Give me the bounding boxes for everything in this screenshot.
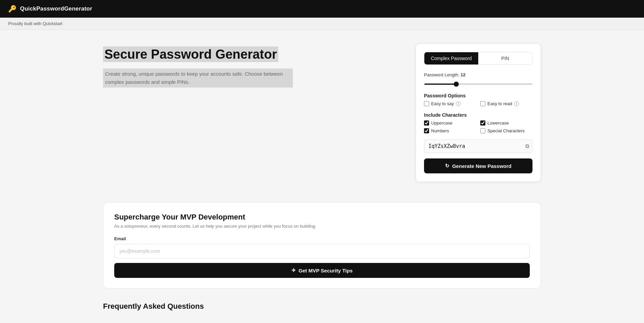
promo-title: Supercharge Your MVP Development <box>114 213 530 222</box>
include-characters-section: Include Characters Uppercase Lowercase N… <box>424 112 532 133</box>
uppercase-label: Uppercase <box>431 120 452 126</box>
numbers-checkbox[interactable] <box>424 128 429 133</box>
tab-complex[interactable]: Complex Password <box>424 52 478 64</box>
main-content: Secure Password Generator Create strong,… <box>95 30 549 202</box>
email-input[interactable] <box>114 244 530 258</box>
options-grid: Easy to say i Easy to read i <box>424 101 532 106</box>
easy-say-label: Easy to say <box>431 101 454 106</box>
promo-subtitle: As a solopreneur, every second counts. L… <box>114 224 530 229</box>
option-easy-say: Easy to say i <box>424 101 476 106</box>
email-label: Email <box>114 236 530 241</box>
include-label: Include Characters <box>424 112 532 118</box>
copy-button[interactable]: ⧉ <box>525 143 529 149</box>
lock-icon: 🔑 <box>8 5 17 13</box>
faq-title: Frequently Asked Questions <box>103 302 541 311</box>
option-special: Special Characters <box>480 128 532 133</box>
lowercase-checkbox[interactable] <box>480 120 485 126</box>
subbar-text: Proudly built with Quickstart <box>8 21 62 26</box>
hero-subtitle: Create strong, unique passwords to keep … <box>103 69 402 88</box>
generator-card: Complex Password PIN Password Length: 12… <box>416 43 541 182</box>
option-uppercase: Uppercase <box>424 120 476 126</box>
option-lowercase: Lowercase <box>480 120 532 126</box>
copy-icon: ⧉ <box>525 143 529 149</box>
generate-button[interactable]: ↻ Generate New Password <box>424 158 532 173</box>
page-title: Secure Password Generator <box>103 47 402 62</box>
mvp-button[interactable]: ✈ Get MVP Security Tips <box>114 263 530 278</box>
length-slider[interactable] <box>424 83 532 85</box>
uppercase-checkbox[interactable] <box>424 120 429 126</box>
easy-say-checkbox[interactable] <box>424 101 429 106</box>
option-numbers: Numbers <box>424 128 476 133</box>
easy-say-info-icon[interactable]: i <box>456 101 461 106</box>
subbar: Proudly built with Quickstart <box>0 18 644 30</box>
refresh-icon: ↻ <box>445 163 449 169</box>
lowercase-label: Lowercase <box>487 120 509 126</box>
include-grid: Uppercase Lowercase Numbers Special Char… <box>424 120 532 133</box>
options-label: Password Options <box>424 93 532 98</box>
promo-card: Supercharge Your MVP Development As a so… <box>103 202 541 288</box>
length-value: 12 <box>461 72 465 77</box>
password-length-section: Password Length: 12 <box>424 72 532 86</box>
password-options-section: Password Options Easy to say i Easy to r… <box>424 93 532 106</box>
bottom-section: Supercharge Your MVP Development As a so… <box>95 202 549 323</box>
numbers-label: Numbers <box>431 128 449 133</box>
option-easy-read: Easy to read i <box>480 101 532 106</box>
generate-button-label: Generate New Password <box>452 163 511 169</box>
tab-group: Complex Password PIN <box>424 52 532 65</box>
password-output-wrapper: ⧉ <box>424 139 532 153</box>
mvp-button-label: Get MVP Security Tips <box>299 268 353 273</box>
easy-read-checkbox[interactable] <box>480 101 485 106</box>
length-label: Password Length: 12 <box>424 72 532 77</box>
special-label: Special Characters <box>487 128 525 133</box>
hero-section: Secure Password Generator Create strong,… <box>103 43 402 88</box>
easy-read-info-icon[interactable]: i <box>514 101 519 106</box>
app-title: QuickPasswordGenerator <box>20 5 92 12</box>
send-icon: ✈ <box>291 267 296 273</box>
tab-pin[interactable]: PIN <box>478 52 532 64</box>
navbar: 🔑 QuickPasswordGenerator <box>0 0 644 18</box>
password-output[interactable] <box>424 139 532 153</box>
easy-read-label: Easy to read <box>487 101 512 106</box>
special-checkbox[interactable] <box>480 128 485 133</box>
